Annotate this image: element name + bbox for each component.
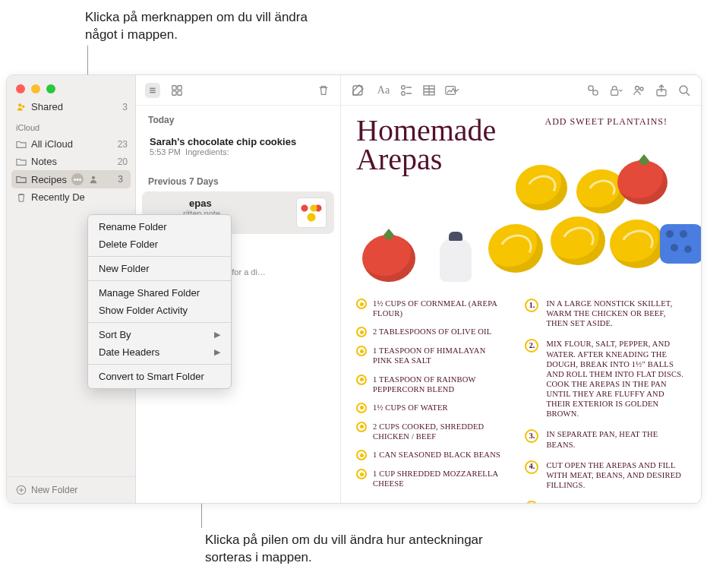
gallery-view-button[interactable] (169, 83, 185, 98)
svg-rect-4 (172, 85, 176, 89)
svg-point-19 (680, 86, 687, 93)
lock-button[interactable] (608, 83, 623, 98)
note-title: Sarah's chocolate chip cookies (150, 136, 327, 147)
list-toolbar (136, 75, 340, 106)
new-note-button[interactable] (350, 83, 365, 98)
sidebar-item-all-icloud[interactable]: All iCloud 23 (7, 135, 135, 153)
callout-top: Klicka på merknappen om du vill ändra nå… (85, 9, 320, 44)
note-editor: Aa (341, 75, 701, 503)
media-button[interactable] (444, 83, 459, 98)
note-meta: 5:53 PM Ingredients: (150, 147, 327, 156)
menu-separator (88, 280, 231, 281)
menu-manage-shared[interactable]: Manage Shared Folder (88, 284, 231, 302)
share-button[interactable] (654, 83, 669, 98)
format-button[interactable]: Aa (376, 83, 391, 98)
minimize-window-button[interactable] (31, 84, 40, 93)
shared-folder-icon (88, 174, 99, 185)
ingredients-list: 1½ CUPS OF CORNMEAL (AREPA FLOUR) 2 TABL… (356, 299, 502, 503)
menu-sort-by[interactable]: Sort By▶ (88, 326, 231, 343)
plus-circle-icon (16, 485, 27, 495)
zoom-window-button[interactable] (46, 84, 55, 93)
folder-icon (16, 156, 27, 167)
svg-rect-15 (611, 90, 618, 95)
notes-window: Shared 3 iCloud All iCloud 23 Notes 20 R… (6, 74, 702, 504)
note-title: XXXXXXepas (150, 198, 290, 209)
sidebar-item-label: Recipes (31, 174, 67, 185)
sidebar-item-count: 3 (118, 174, 123, 185)
folder-icon (16, 174, 27, 185)
sidebar-item-recently-deleted[interactable]: Recently De (7, 188, 135, 206)
svg-point-1 (22, 105, 25, 108)
svg-point-17 (640, 87, 643, 90)
menu-new-folder[interactable]: New Folder (88, 260, 231, 277)
svg-point-9 (402, 85, 406, 89)
svg-point-10 (402, 91, 406, 95)
svg-rect-5 (178, 85, 181, 89)
sidebar-item-notes[interactable]: Notes 20 (7, 153, 135, 170)
menu-convert-smart[interactable]: Convert to Smart Folder (88, 368, 231, 385)
chevron-right-icon: ▶ (214, 330, 220, 340)
menu-delete-folder[interactable]: Delete Folder (88, 236, 231, 253)
list-view-button[interactable] (145, 83, 160, 98)
menu-separator (88, 322, 231, 323)
sidebar-item-shared[interactable]: Shared 3 (7, 98, 135, 115)
more-button[interactable]: ••• (71, 173, 84, 185)
collaborate-button[interactable] (631, 83, 646, 98)
checklist-button[interactable] (399, 83, 414, 98)
note-illustration (356, 179, 686, 285)
folder-icon (16, 139, 27, 150)
note-item[interactable]: Sarah's chocolate chip cookies 5:53 PM I… (142, 130, 334, 163)
svg-rect-7 (178, 90, 181, 94)
close-window-button[interactable] (16, 84, 25, 93)
menu-date-headers[interactable]: Date Headers▶ (88, 343, 231, 361)
sidebar-section-icloud: iCloud (7, 115, 135, 135)
editor-toolbar: Aa (341, 75, 701, 106)
link-note-button[interactable] (585, 83, 601, 98)
folder-context-menu: Rename Folder Delete Folder New Folder M… (87, 214, 232, 389)
trash-icon (16, 192, 27, 203)
delete-note-button[interactable] (316, 83, 331, 98)
new-folder-button[interactable]: New Folder (7, 476, 135, 503)
chevron-right-icon: ▶ (214, 347, 220, 357)
shared-icon (16, 102, 27, 112)
list-section-today: Today (142, 110, 334, 130)
note-content[interactable]: ADD SWEET PLANTAINS! HomemadeArepas 1½ C… (341, 106, 701, 503)
window-controls (7, 75, 135, 98)
menu-show-activity[interactable]: Show Folder Activity (88, 302, 231, 319)
callout-bottom: Klicka på pilen om du vill ändra hur ant… (205, 532, 524, 567)
svg-point-2 (92, 176, 95, 179)
svg-point-16 (636, 86, 639, 90)
sidebar-item-label: All iCloud (31, 138, 73, 150)
svg-rect-6 (172, 90, 176, 94)
sidebar-item-count: 23 (118, 139, 128, 150)
steps-list: 1.IN A LARGE NONSTICK SKILLET, WARM THE … (525, 299, 686, 503)
sidebar-item-recipes[interactable]: Recipes ••• 3 (11, 170, 131, 188)
sidebar-item-label: Recently De (31, 191, 85, 203)
sidebar-item-count: 20 (118, 156, 128, 167)
search-button[interactable] (677, 83, 692, 98)
sidebar-item-label: Shared (31, 101, 63, 112)
menu-separator (88, 364, 231, 365)
sidebar-item-count: 3 (122, 102, 128, 112)
sidebar-item-label: Notes (31, 156, 57, 167)
new-folder-label: New Folder (31, 485, 77, 495)
list-section-prev7: Previous 7 Days (142, 172, 334, 191)
menu-separator (88, 256, 231, 257)
table-button[interactable] (421, 83, 437, 98)
note-thumbnail (296, 198, 327, 228)
note-annotation: ADD SWEET PLANTAINS! (545, 116, 668, 128)
svg-point-0 (18, 103, 21, 106)
menu-rename-folder[interactable]: Rename Folder (88, 218, 231, 236)
